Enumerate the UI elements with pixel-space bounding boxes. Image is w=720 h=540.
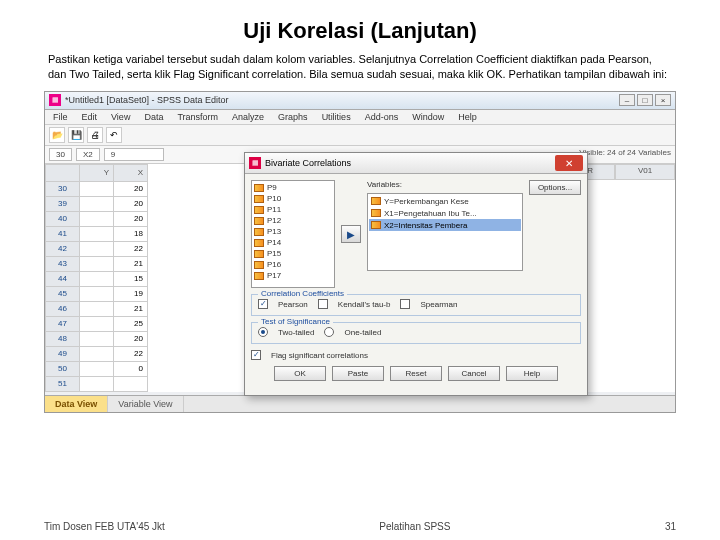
two-tailed-label: Two-tailed — [278, 328, 314, 337]
variable-icon — [371, 221, 381, 229]
cell-col: X2 — [76, 148, 100, 161]
help-button[interactable]: Help — [506, 366, 558, 381]
menu-file[interactable]: File — [53, 112, 68, 122]
menu-transform[interactable]: Transform — [177, 112, 218, 122]
reset-button[interactable]: Reset — [390, 366, 442, 381]
sig-legend: Test of Significance — [258, 317, 333, 326]
titlebar: ▦ *Untitled1 [DataSet0] - SPSS Data Edit… — [45, 92, 675, 110]
flag-checkbox[interactable] — [251, 350, 261, 360]
options-button[interactable]: Options... — [529, 180, 581, 195]
dialog-footer: OKPasteResetCancelHelp — [251, 360, 581, 389]
tab-data-view[interactable]: Data View — [45, 396, 108, 412]
footer-left: Tim Dosen FEB UTA'45 Jkt — [44, 521, 165, 532]
footer-right: 31 — [665, 521, 676, 532]
list-item[interactable]: P10 — [253, 193, 333, 204]
list-item[interactable]: P17 — [253, 270, 333, 281]
dialog-titlebar: ▦ Bivariate Correlations ✕ — [245, 153, 587, 174]
open-icon[interactable]: 📂 — [49, 127, 65, 143]
one-tailed-label: One-tailed — [344, 328, 381, 337]
one-tailed-radio[interactable] — [324, 327, 334, 337]
footer-center: Pelatihan SPSS — [379, 521, 450, 532]
variable-icon — [254, 184, 264, 192]
menu-help[interactable]: Help — [458, 112, 477, 122]
list-item[interactable]: P12 — [253, 215, 333, 226]
paste-button[interactable]: Paste — [332, 366, 384, 381]
variable-icon — [254, 206, 264, 214]
tab-variable-view[interactable]: Variable View — [108, 396, 183, 412]
list-item[interactable]: P9 — [253, 182, 333, 193]
window-title: *Untitled1 [DataSet0] - SPSS Data Editor — [65, 95, 229, 105]
variable-icon — [254, 250, 264, 258]
menu-analyze[interactable]: Analyze — [232, 112, 264, 122]
spearman-label: Spearman — [420, 300, 457, 309]
bivariate-dialog: ▦ Bivariate Correlations ✕ P9P10P11P12P1… — [244, 152, 588, 396]
menu-edit[interactable]: Edit — [82, 112, 98, 122]
pearson-label: Pearson — [278, 300, 308, 309]
app-icon: ▦ — [49, 94, 61, 106]
cc-legend: Correlation Coefficients — [258, 289, 347, 298]
close-button[interactable]: × — [655, 94, 671, 106]
move-right-button[interactable]: ▶ — [341, 225, 361, 243]
list-item[interactable]: Y=Perkembangan Kese — [369, 195, 521, 207]
variables-label: Variables: — [367, 180, 523, 189]
variable-icon — [254, 228, 264, 236]
variable-icon — [254, 239, 264, 247]
list-item[interactable]: P11 — [253, 204, 333, 215]
ok-button[interactable]: OK — [274, 366, 326, 381]
cell-value[interactable]: 9 — [104, 148, 164, 161]
slide-title: Uji Korelasi (Lanjutan) — [0, 18, 720, 44]
list-item[interactable]: X1=Pengetahuan Ibu Te... — [369, 207, 521, 219]
menu-utilities[interactable]: Utilities — [322, 112, 351, 122]
dialog-title: Bivariate Correlations — [265, 158, 351, 168]
pearson-checkbox[interactable] — [258, 299, 268, 309]
menu-window[interactable]: Window — [412, 112, 444, 122]
menu-view[interactable]: View — [111, 112, 130, 122]
visible-vars: Visible: 24 of 24 Variables — [579, 148, 671, 161]
minimize-button[interactable]: – — [619, 94, 635, 106]
dialog-close-button[interactable]: ✕ — [555, 155, 583, 171]
variable-icon — [254, 195, 264, 203]
maximize-button[interactable]: □ — [637, 94, 653, 106]
column-header[interactable]: V01 — [615, 164, 675, 180]
undo-icon[interactable]: ↶ — [106, 127, 122, 143]
variable-icon — [371, 209, 381, 217]
cell-row: 30 — [49, 148, 72, 161]
menu-add-ons[interactable]: Add-ons — [365, 112, 399, 122]
spearman-checkbox[interactable] — [400, 299, 410, 309]
slide-description: Pastikan ketiga variabel tersebut sudah … — [48, 52, 672, 83]
selected-variables-list[interactable]: Y=Perkembangan KeseX1=Pengetahuan Ibu Te… — [367, 193, 523, 271]
dialog-icon: ▦ — [249, 157, 261, 169]
save-icon[interactable]: 💾 — [68, 127, 84, 143]
variable-icon — [254, 272, 264, 280]
view-tabs: Data View Variable View — [45, 395, 675, 412]
two-tailed-radio[interactable] — [258, 327, 268, 337]
significance-group: Test of Significance Two-tailed One-tail… — [251, 322, 581, 344]
variable-icon — [371, 197, 381, 205]
list-item[interactable]: X2=Intensitas Pembera — [369, 219, 521, 231]
slide-footer: Tim Dosen FEB UTA'45 Jkt Pelatihan SPSS … — [0, 521, 720, 532]
correlation-coefficients-group: Correlation Coefficients Pearson Kendall… — [251, 294, 581, 316]
menu-data[interactable]: Data — [144, 112, 163, 122]
kendall-checkbox[interactable] — [318, 299, 328, 309]
variable-icon — [254, 217, 264, 225]
variable-icon — [254, 261, 264, 269]
kendall-label: Kendall's tau-b — [338, 300, 391, 309]
print-icon[interactable]: 🖨 — [87, 127, 103, 143]
flag-label: Flag significant correlations — [271, 351, 368, 360]
menu-graphs[interactable]: Graphs — [278, 112, 308, 122]
list-item[interactable]: P15 — [253, 248, 333, 259]
available-list[interactable]: P9P10P11P12P13P14P15P16P17 — [251, 180, 335, 288]
cancel-button[interactable]: Cancel — [448, 366, 500, 381]
list-item[interactable]: P14 — [253, 237, 333, 248]
list-item[interactable]: P13 — [253, 226, 333, 237]
toolbar: 📂 💾 🖨 ↶ — [45, 125, 675, 146]
menubar: FileEditViewDataTransformAnalyzeGraphsUt… — [45, 110, 675, 125]
list-item[interactable]: P16 — [253, 259, 333, 270]
